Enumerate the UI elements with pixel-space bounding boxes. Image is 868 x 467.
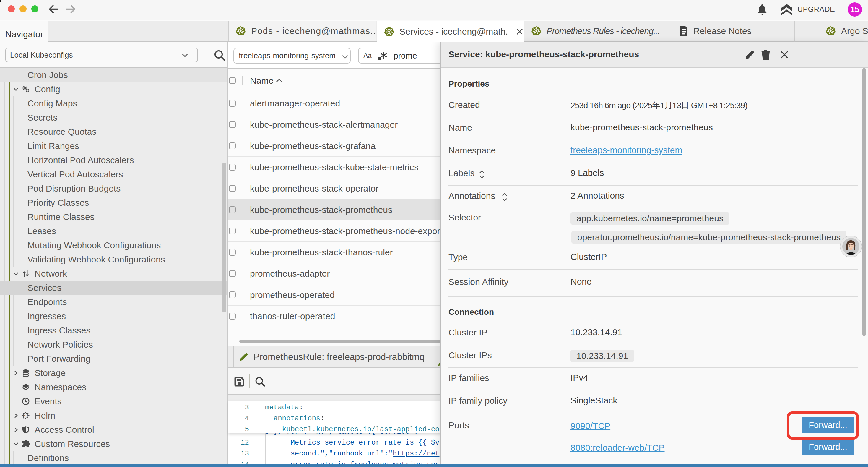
- svg-text:HELM: HELM: [23, 414, 29, 417]
